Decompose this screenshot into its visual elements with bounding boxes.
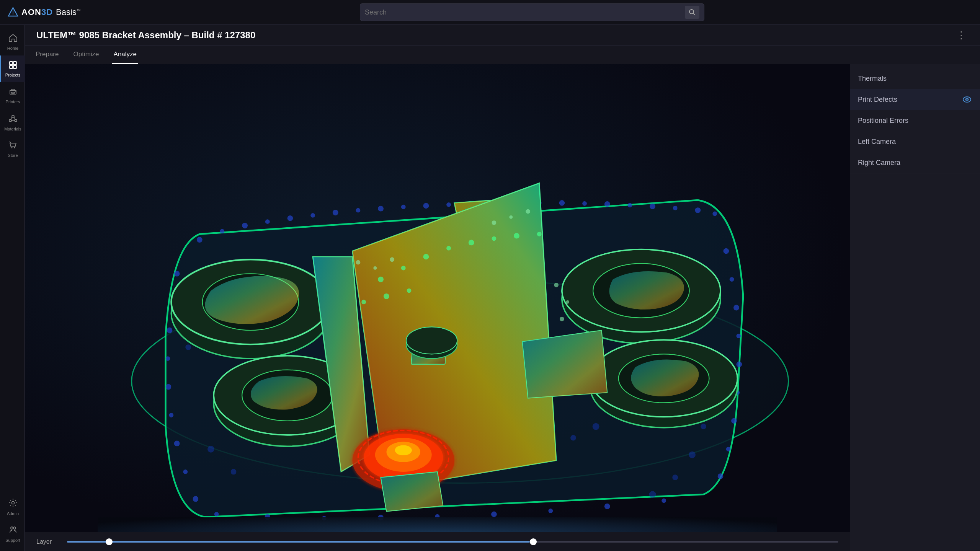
svg-point-33 (423, 203, 429, 209)
slider-thumb-right[interactable] (530, 538, 537, 545)
svg-point-123 (423, 254, 429, 259)
svg-point-124 (446, 246, 451, 251)
search-input[interactable] (365, 8, 681, 16)
svg-point-41 (604, 201, 610, 207)
logo-product-name: Basis™ (56, 7, 81, 17)
sidebar-item-label-home: Home (7, 46, 18, 51)
topbar: AON3D Basis™ (0, 0, 980, 25)
sidebar-item-support[interactable]: Support (0, 520, 25, 547)
svg-point-32 (401, 205, 406, 209)
viewer-canvas[interactable]: Layer (25, 64, 850, 551)
layer-label: Layer (36, 538, 59, 545)
panel-item-positional-errors[interactable]: Positional Errors (850, 110, 980, 131)
svg-line-14 (11, 117, 12, 120)
svg-point-42 (627, 203, 632, 207)
printers-icon (8, 87, 18, 98)
right-camera-label: Right Camera (858, 159, 900, 167)
svg-point-21 (13, 527, 16, 529)
svg-point-131 (407, 289, 412, 293)
tab-optimize[interactable]: Optimize (72, 46, 100, 64)
svg-point-84 (185, 344, 191, 350)
panel-item-thermals[interactable]: Thermals (850, 68, 980, 89)
svg-point-90 (701, 424, 706, 429)
svg-point-133 (373, 266, 377, 270)
admin-icon (8, 498, 18, 510)
svg-point-50 (166, 356, 170, 361)
sidebar-item-label-printers: Printers (6, 99, 20, 104)
right-panel: Thermals Print Defects Positional (850, 64, 980, 551)
home-icon (8, 34, 18, 44)
svg-point-25 (242, 223, 248, 228)
logo-icon (8, 7, 18, 18)
svg-point-19 (11, 502, 14, 504)
svg-point-58 (733, 305, 739, 311)
svg-point-57 (730, 277, 734, 282)
sidebar-item-materials[interactable]: Materials (0, 109, 25, 136)
panel-item-left-camera[interactable]: Left Camera (850, 131, 980, 152)
svg-point-79 (593, 423, 599, 430)
sidebar-item-label-store: Store (8, 153, 18, 158)
sidebar-item-store[interactable]: Store (0, 136, 25, 163)
svg-point-13 (15, 119, 17, 122)
tab-prepare[interactable]: Prepare (34, 46, 60, 64)
svg-point-121 (378, 277, 384, 282)
svg-point-91 (689, 452, 696, 458)
svg-point-122 (401, 266, 406, 271)
svg-point-64 (718, 473, 724, 479)
logo-brand-name: AON3D (21, 7, 53, 17)
svg-point-24 (220, 229, 225, 233)
svg-point-125 (469, 240, 474, 246)
svg-point-39 (559, 200, 565, 206)
svg-point-135 (492, 220, 496, 225)
svg-point-44 (673, 206, 678, 210)
sidebar-item-printers[interactable]: Printers (0, 82, 25, 109)
main-layout: Home Projects Pr (0, 25, 980, 551)
svg-point-127 (514, 233, 519, 239)
store-icon (8, 141, 18, 152)
slider-thumb-left[interactable] (106, 538, 113, 545)
svg-rect-4 (10, 62, 13, 65)
svg-point-92 (672, 474, 678, 480)
svg-point-30 (356, 208, 361, 213)
svg-point-129 (361, 300, 366, 304)
svg-point-65 (214, 512, 219, 517)
panel-item-print-defects[interactable]: Print Defects (850, 89, 980, 110)
svg-point-71 (548, 509, 553, 513)
svg-point-40 (582, 201, 587, 206)
svg-point-53 (174, 441, 180, 447)
svg-point-55 (193, 496, 199, 502)
svg-point-138 (554, 283, 559, 287)
svg-point-85 (207, 446, 214, 453)
search-icon (689, 9, 696, 16)
svg-point-132 (356, 260, 361, 265)
more-options-button[interactable]: ⋮ (955, 28, 969, 42)
tab-analyze[interactable]: Analyze (112, 46, 138, 64)
layer-slider-track[interactable] (67, 541, 838, 543)
sidebar-item-home[interactable]: Home (0, 29, 25, 55)
thermals-label: Thermals (858, 75, 887, 83)
search-container (92, 3, 972, 21)
panel-item-right-camera[interactable]: Right Camera (850, 152, 980, 173)
svg-point-60 (736, 362, 742, 367)
materials-icon (8, 114, 18, 125)
svg-point-56 (723, 248, 729, 254)
positional-errors-label: Positional Errors (858, 117, 908, 125)
svg-point-140 (560, 317, 564, 321)
svg-point-128 (537, 232, 542, 236)
sidebar-item-admin[interactable]: Admin (0, 494, 25, 520)
search-wrapper (360, 3, 704, 21)
svg-line-15 (14, 117, 15, 120)
projects-icon (8, 60, 18, 71)
eye-icon (963, 96, 971, 103)
search-button[interactable] (685, 6, 699, 19)
svg-point-59 (736, 334, 741, 338)
svg-point-134 (390, 257, 394, 262)
svg-point-52 (169, 413, 173, 417)
sidebar-item-projects[interactable]: Projects (0, 55, 25, 82)
svg-point-144 (967, 99, 968, 100)
slider-fill (67, 541, 530, 543)
svg-point-49 (167, 328, 173, 333)
svg-rect-9 (11, 92, 15, 93)
print-defects-visibility-toggle[interactable] (962, 94, 972, 105)
svg-point-45 (695, 207, 701, 213)
